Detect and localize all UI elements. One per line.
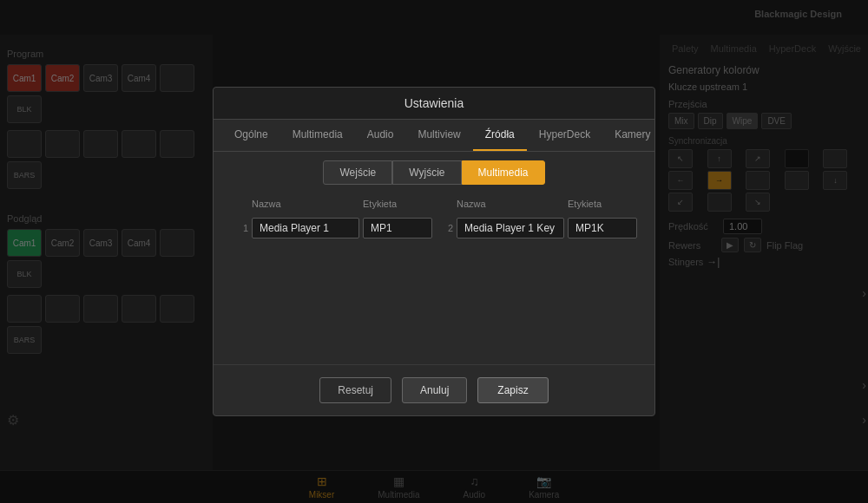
row-num-2: 2 xyxy=(436,223,453,233)
sub-tab-wyjscie[interactable]: Wyjście xyxy=(392,160,461,185)
modal-overlay: Ustawienia Ogólne Multimedia Audio Multi… xyxy=(0,0,868,503)
table-header: Nazwa Etykieta Nazwa Etykieta xyxy=(227,199,641,209)
source-label-input-1[interactable] xyxy=(363,218,432,238)
source-label-input-2[interactable] xyxy=(568,218,637,238)
modal-tabs: Ogólne Multimedia Audio Multiview Źródła… xyxy=(214,120,654,152)
sources-table: Nazwa Etykieta Nazwa Etykieta 1 2 xyxy=(227,199,641,242)
row-num-1: 1 xyxy=(231,223,248,233)
modal-tab-hyperdeck[interactable]: HyperDeck xyxy=(527,120,602,151)
col-header-etykieta2: Etykieta xyxy=(568,199,637,209)
modal-tab-multimedia[interactable]: Multimedia xyxy=(280,120,355,151)
modal-footer: Resetuj Anuluj Zapisz xyxy=(214,364,654,415)
sub-tab-multimedia[interactable]: Multimedia xyxy=(462,160,545,185)
modal-sub-tabs: Wejście Wyjście Multimedia xyxy=(214,152,654,185)
modal-tab-kamery[interactable]: Kamery xyxy=(602,120,662,151)
col-header-nazwa2: Nazwa xyxy=(457,199,564,209)
reset-button[interactable]: Resetuj xyxy=(319,377,391,403)
modal-tab-zrodla[interactable]: Źródła xyxy=(473,120,527,151)
table-row: 1 2 xyxy=(227,214,641,242)
col-header-nazwa1: Nazwa xyxy=(252,199,359,209)
modal-body: Nazwa Etykieta Nazwa Etykieta 1 2 xyxy=(214,185,654,364)
sub-tab-wejscie[interactable]: Wejście xyxy=(323,160,392,185)
modal-title: Ustawienia xyxy=(404,96,464,110)
col-header-etykieta1: Etykieta xyxy=(363,199,432,209)
settings-modal: Ustawienia Ogólne Multimedia Audio Multi… xyxy=(213,87,655,416)
modal-header: Ustawienia xyxy=(214,88,654,120)
save-button[interactable]: Zapisz xyxy=(477,377,548,403)
source-name-input-2[interactable] xyxy=(457,218,564,238)
cancel-button[interactable]: Anuluj xyxy=(402,377,467,403)
modal-tab-audio[interactable]: Audio xyxy=(355,120,406,151)
modal-tab-ogolne[interactable]: Ogólne xyxy=(222,120,280,151)
modal-tab-multiview[interactable]: Multiview xyxy=(405,120,472,151)
source-name-input-1[interactable] xyxy=(252,218,359,238)
